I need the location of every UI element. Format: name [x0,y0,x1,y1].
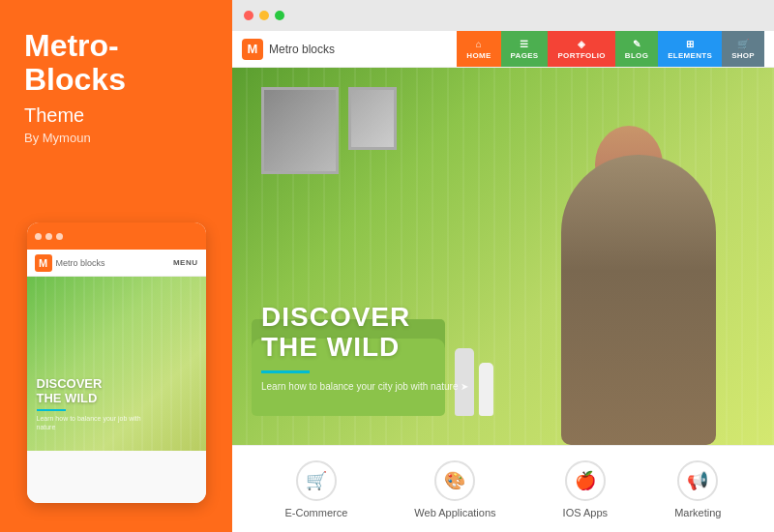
vase2 [479,363,493,416]
nav-pages-label: PAGES [511,51,539,60]
website-logo-text: Metro blocks [269,43,335,56]
mobile-nav: M Metro blocks MENU [27,250,206,277]
pages-icon: ☰ [520,39,528,49]
brand-subtitle: Theme [24,104,208,127]
home-icon: ⌂ [476,39,482,49]
mobile-dot-3 [56,233,63,240]
brand-by: By Mymoun [24,131,208,145]
icon-webapps[interactable]: 🎨 Web Applications [414,460,495,518]
nav-home[interactable]: ⌂ HOME [457,31,500,67]
blog-icon: ✎ [633,39,640,49]
website-nav-items: ⌂ HOME ☰ PAGES ◈ PORTFOLIO ✎ BLOG ⊞ EL [457,31,764,67]
left-panel: Metro- Blocks Theme By Mymoun M Metro bl… [0,0,232,532]
nav-shop[interactable]: 🛒 SHOP [722,31,764,67]
hero-underline [261,370,310,373]
icon-ecommerce[interactable]: 🛒 E-Commerce [285,460,348,518]
nav-pages[interactable]: ☰ PAGES [501,31,549,67]
elements-icon: ⊞ [686,39,694,49]
browser-dot-maximize[interactable] [275,11,284,20]
shop-icon: 🛒 [737,39,749,49]
browser-chrome [232,0,774,31]
ecommerce-icon-circle: 🛒 [296,460,337,501]
hero-content: DISCOVER THE WILD Learn how to balance y… [261,303,468,392]
nav-shop-label: SHOP [731,51,755,60]
hero-man [542,135,735,445]
website-hero: DISCOVER THE WILD Learn how to balance y… [232,68,774,445]
mobile-logo-text: Metro blocks [56,258,105,268]
mobile-dot-1 [35,233,42,240]
marketing-label: Marketing [674,507,721,518]
mobile-hero: DISCOVER THE WILD Learn how to balance y… [27,277,206,451]
nav-elements[interactable]: ⊞ ELEMENTS [658,31,722,67]
browser-dot-minimize[interactable] [259,11,269,20]
icon-marketing[interactable]: 📢 Marketing [674,460,721,518]
browser-dot-close[interactable] [244,11,253,20]
hero-subtitle: Learn how to balance your city job with … [261,381,468,392]
marketing-icon-circle: 📢 [677,460,718,501]
mobile-hero-underline [37,409,66,411]
hero-title: DISCOVER THE WILD [261,303,468,363]
frame1 [261,87,339,174]
frame2 [348,87,397,150]
mobile-hero-title: DISCOVER THE WILD [37,376,153,406]
man-body [561,155,716,445]
nav-blog[interactable]: ✎ BLOG [615,31,658,67]
icon-iosapps[interactable]: 🍎 IOS Apps [563,460,608,518]
ecommerce-label: E-Commerce [285,507,348,518]
mobile-bottom [27,451,206,503]
nav-portfolio[interactable]: ◈ PORTFOLIO [548,31,614,67]
brand-title: Metro- Blocks [24,29,208,97]
right-panel: M Metro blocks ⌂ HOME ☰ PAGES ◈ PORTFOLI… [232,0,774,532]
mobile-top-bar [27,222,206,250]
iosapps-label: IOS Apps [563,507,608,518]
iosapps-icon-circle: 🍎 [565,460,606,501]
webapps-icon-circle: 🎨 [434,460,475,501]
website-preview: M Metro blocks ⌂ HOME ☰ PAGES ◈ PORTFOLI… [232,31,774,532]
webapps-label: Web Applications [414,507,495,518]
brand-title-line2: Blocks [24,62,126,97]
mobile-hero-content: DISCOVER THE WILD Learn how to balance y… [37,376,153,431]
mobile-logo: M [35,254,52,272]
website-nav: M Metro blocks ⌂ HOME ☰ PAGES ◈ PORTFOLI… [232,31,774,68]
mobile-dot-2 [45,233,52,240]
website-logo-icon: M [242,39,263,60]
mobile-hero-sub: Learn how to balance your job with natur… [37,414,153,431]
mobile-menu-label: MENU [173,258,198,267]
brand-title-line1: Metro- [24,28,119,63]
mobile-mockup: M Metro blocks MENU DISCOVER THE WILD Le… [27,222,206,503]
nav-home-label: HOME [466,51,491,60]
nav-portfolio-label: PORTFOLIO [557,51,605,60]
nav-blog-label: BLOG [625,51,648,60]
bottom-icons-row: 🛒 E-Commerce 🎨 Web Applications 🍎 IOS Ap… [232,445,774,532]
portfolio-icon: ◈ [578,39,585,49]
nav-elements-label: ELEMENTS [668,51,712,60]
